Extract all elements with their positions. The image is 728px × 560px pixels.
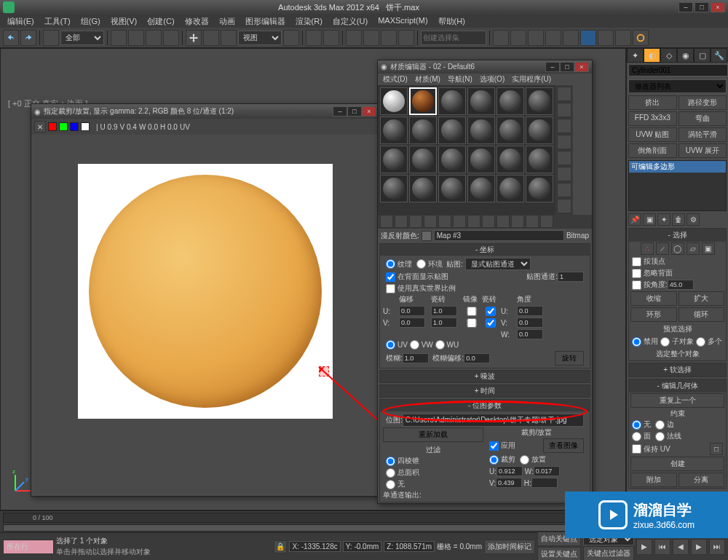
- mat-max-button[interactable]: □: [560, 62, 574, 72]
- window-crossing-button[interactable]: [163, 30, 179, 46]
- tab-modify[interactable]: ◐: [644, 48, 660, 63]
- crop-w-spinner[interactable]: [534, 466, 560, 476]
- mirror-button[interactable]: [493, 30, 509, 46]
- next-frame-button[interactable]: ▶: [691, 539, 707, 555]
- mod-btn-pathdeform[interactable]: 路径变形: [678, 95, 727, 110]
- map-name-input[interactable]: [434, 230, 564, 241]
- mat-slot[interactable]: [438, 117, 466, 144]
- menu-graph[interactable]: 图形编辑器: [241, 15, 290, 28]
- rollout-header[interactable]: - 编辑几何体: [629, 379, 726, 393]
- reset-map-button[interactable]: [424, 215, 437, 228]
- make-preview-button[interactable]: [557, 167, 571, 181]
- subobj-border-button[interactable]: ◯: [671, 242, 684, 255]
- mat-slot[interactable]: [467, 117, 495, 144]
- get-material-button[interactable]: [380, 215, 393, 228]
- crop-close-button[interactable]: ×: [362, 106, 376, 117]
- mat-slot[interactable]: [496, 175, 524, 202]
- ref-coord-system[interactable]: 视图: [238, 31, 282, 45]
- keyboard-shortcut-button[interactable]: [323, 30, 339, 46]
- constraint-face-radio[interactable]: [632, 432, 641, 441]
- mat-slot[interactable]: [409, 117, 437, 144]
- mat-slot[interactable]: [438, 175, 466, 202]
- rollout-header[interactable]: - 选择: [629, 229, 726, 242]
- mat-menu-mode[interactable]: 模式(D): [380, 74, 411, 85]
- selection-filter[interactable]: 全部: [60, 31, 104, 45]
- mod-btn-unwrap[interactable]: UVW 展开: [678, 143, 727, 158]
- lock-selection-button[interactable]: 🔒: [274, 540, 287, 553]
- stack-item[interactable]: 可编辑多边形: [629, 161, 726, 173]
- set-key-button[interactable]: 设置关键点: [537, 547, 581, 560]
- ignore-backface-check[interactable]: [632, 269, 641, 278]
- tab-motion[interactable]: ◉: [677, 48, 694, 63]
- uv-radio[interactable]: [386, 340, 395, 350]
- w-angle-spinner[interactable]: [517, 329, 543, 339]
- track-bar[interactable]: [3, 524, 623, 532]
- backlight-button[interactable]: [557, 103, 571, 117]
- mod-btn-ffd[interactable]: FFD 3x3x3: [628, 111, 677, 126]
- show-end-result-button[interactable]: [511, 215, 524, 228]
- preview-sub-radio[interactable]: [660, 337, 670, 347]
- blur-spinner[interactable]: [403, 353, 429, 363]
- u-tile-spinner[interactable]: [431, 306, 457, 316]
- diffuse-swatch[interactable]: [422, 231, 432, 241]
- constraint-none-radio[interactable]: [632, 420, 641, 430]
- channel-blue-icon[interactable]: [70, 122, 79, 131]
- menu-group[interactable]: 组(G): [76, 15, 105, 28]
- make-unique-stack-button[interactable]: ✦: [657, 213, 670, 226]
- mat-close-button[interactable]: ×: [574, 62, 589, 72]
- rollout-header[interactable]: + 噪波: [380, 371, 590, 382]
- rollout-header[interactable]: - 坐标: [380, 244, 590, 256]
- transform-y[interactable]: Y: -0.0mm: [343, 541, 382, 552]
- goto-end-button[interactable]: ⏭: [709, 539, 725, 555]
- material-editor-button[interactable]: [580, 30, 596, 46]
- filter-none-radio[interactable]: [386, 480, 395, 489]
- assign-to-selection-button[interactable]: [409, 215, 422, 228]
- map-mode-select[interactable]: 显式贴图通道: [465, 258, 531, 270]
- place-radio[interactable]: [520, 455, 529, 465]
- shrink-button[interactable]: 收缩: [630, 291, 677, 306]
- percent-snap-button[interactable]: [381, 30, 397, 46]
- prev-frame-button[interactable]: ◀: [673, 539, 689, 555]
- play-button[interactable]: ▶: [636, 539, 652, 555]
- modifier-list-select[interactable]: 修改器列表: [628, 79, 727, 93]
- channel-green-icon[interactable]: [59, 122, 68, 131]
- crop-window-titlebar[interactable]: ◉ 指定裁剪/放置, 显示 gamma: 2.2, RGB 颜色 8 位/通道 …: [31, 104, 379, 119]
- v-tile-spinner[interactable]: [431, 318, 457, 328]
- mat-slot[interactable]: [438, 87, 466, 115]
- time-slider-track[interactable]: 0 / 100: [3, 513, 623, 523]
- link-button[interactable]: [43, 30, 59, 46]
- transform-z[interactable]: Z: 1088.571m: [384, 541, 435, 552]
- mat-slot[interactable]: [526, 146, 553, 173]
- rendered-frame-button[interactable]: [615, 30, 631, 46]
- by-vertex-check[interactable]: [632, 257, 641, 267]
- v-mirror-check[interactable]: [463, 318, 480, 328]
- mat-slot[interactable]: [380, 146, 408, 173]
- filter-pyramidal-radio[interactable]: [386, 457, 395, 466]
- mat-titlebar[interactable]: ◉ 材质编辑器 - 02 - Default6 – □ ×: [378, 60, 592, 74]
- mod-btn-extrude[interactable]: 挤出: [628, 95, 677, 110]
- menu-tools[interactable]: 工具(T): [40, 15, 75, 28]
- mat-slot[interactable]: [496, 146, 524, 173]
- timeline[interactable]: 0 / 100: [0, 510, 626, 532]
- mat-slot[interactable]: [409, 146, 437, 173]
- undo-button[interactable]: [3, 30, 19, 46]
- show-back-check[interactable]: [386, 272, 395, 282]
- v-offset-spinner[interactable]: [399, 318, 425, 328]
- mod-btn-uvwmap[interactable]: UVW 贴图: [628, 127, 677, 142]
- make-copy-button[interactable]: [438, 215, 451, 228]
- mat-menu-material[interactable]: 材质(M): [412, 74, 443, 85]
- crop-v-spinner[interactable]: [496, 478, 522, 488]
- sample-uv-button[interactable]: [557, 135, 571, 149]
- real-world-check[interactable]: [386, 284, 395, 293]
- menu-maxscript[interactable]: MAXScript(M): [373, 15, 432, 28]
- mat-slot[interactable]: [496, 117, 524, 144]
- wu-radio[interactable]: [435, 340, 445, 350]
- tab-utilities[interactable]: 🔧: [711, 48, 727, 63]
- tab-hierarchy[interactable]: ◇: [660, 48, 677, 63]
- select-by-material-button[interactable]: [557, 199, 571, 213]
- map-channel-spinner[interactable]: [558, 272, 584, 282]
- channel-red-icon[interactable]: [48, 122, 57, 131]
- move-button[interactable]: [186, 30, 202, 46]
- angle-spinner[interactable]: [668, 280, 694, 290]
- mat-slot[interactable]: [380, 117, 408, 144]
